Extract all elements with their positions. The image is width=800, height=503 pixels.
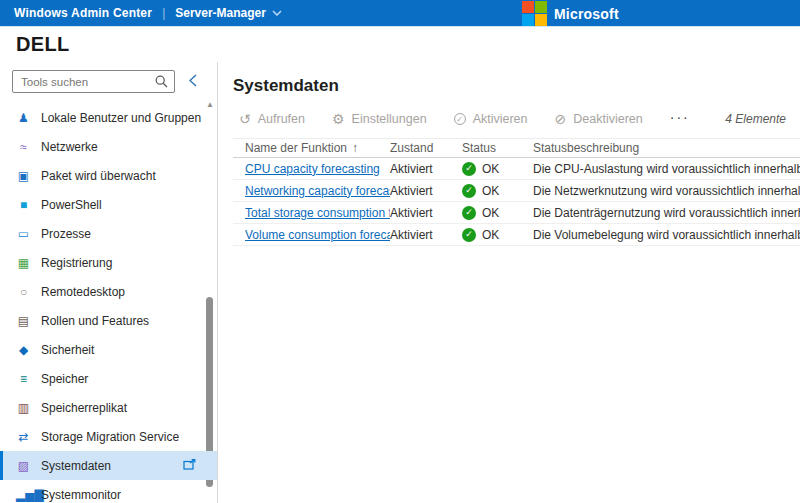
table-row[interactable]: Networking capacity forecasting Aktivier… [233, 180, 800, 202]
column-header[interactable]: Zustand [390, 141, 462, 155]
sidebar-item-label: PowerShell [41, 198, 102, 212]
sidebar-item[interactable]: ♟ Lokale Benutzer und Gruppen [0, 103, 217, 132]
state-cell: Aktiviert [390, 162, 462, 176]
page-title: Systemdaten [233, 76, 800, 96]
sidebar-item-label: Storage Migration Service [41, 430, 179, 444]
sidebar-item-label: Remotedesktop [41, 285, 125, 299]
collapse-sidebar-button[interactable] [187, 72, 199, 92]
search-input[interactable] [12, 70, 175, 93]
table-row[interactable]: CPU capacity forecasting Aktiviert OK Di… [233, 158, 800, 180]
microsoft-wordmark: Microsoft [554, 6, 619, 22]
storage-icon: ≡ [16, 373, 31, 385]
sidebar-item[interactable]: ■ PowerShell [0, 190, 217, 219]
search-icon [155, 75, 168, 88]
sidebar-item-label: Systemmonitor [41, 488, 121, 502]
sort-arrow-icon: ↑ [352, 141, 358, 155]
feature-link[interactable]: Networking capacity forecasting [245, 184, 390, 198]
sidebar-item[interactable]: ≈ Netzwerke [0, 132, 217, 161]
status-cell: OK [462, 184, 533, 198]
local-users-groups-icon: ♟ [16, 112, 31, 124]
sidebar-item-label: Netzwerke [41, 140, 98, 154]
circle-slash-icon: ⊘ [555, 112, 567, 126]
performance-monitor-icon: ▂▅▇ [16, 489, 31, 501]
feature-link[interactable]: Total storage consumption forecas... [245, 206, 390, 220]
table-row[interactable]: Volume consumption forecasting Aktiviert… [233, 224, 800, 246]
tools-search [12, 70, 175, 93]
sidebar-item[interactable]: ▣ Paket wird überwacht [0, 161, 217, 190]
remote-desktop-icon: ○ [16, 286, 31, 298]
powershell-icon: ■ [16, 199, 31, 211]
feature-link[interactable]: CPU capacity forecasting [245, 162, 380, 176]
sidebar-item-label: Rollen und Features [41, 314, 149, 328]
state-cell: Aktiviert [390, 184, 462, 198]
table-row[interactable]: Total storage consumption forecas... Akt… [233, 202, 800, 224]
column-label: Zustand [390, 141, 433, 155]
enable-button[interactable]: Aktivieren [454, 112, 528, 126]
settings-label: Einstellungen [352, 112, 427, 126]
status-label: OK [482, 228, 499, 242]
status-description: Die CPU-Auslastung wird voraussichtlich … [533, 162, 800, 176]
sidebar-item[interactable]: ≡ Speicher [0, 364, 217, 393]
column-header[interactable]: Statusbeschreibung [533, 141, 800, 155]
storage-migration-icon: ⇄ [16, 431, 31, 443]
sidebar-item[interactable]: ▤ Rollen und Features [0, 306, 217, 335]
server-header: DELL [0, 27, 800, 62]
status-label: OK [482, 162, 499, 176]
status-description: Die Netzwerknutzung wird voraussichtlich… [533, 184, 800, 198]
invoke-button[interactable]: ↺ Aufrufen [239, 112, 305, 126]
sidebar-item-label: Lokale Benutzer und Gruppen [41, 111, 201, 125]
enable-label: Aktivieren [473, 112, 528, 126]
sidebar-item[interactable]: ▦ Registrierung [0, 248, 217, 277]
column-header[interactable]: Name der Funktion ↑ [245, 141, 390, 155]
open-in-new-window-icon[interactable] [183, 459, 196, 473]
settings-button[interactable]: ⚙ Einstellungen [332, 112, 427, 126]
sidebar-item[interactable]: ○ Remotedesktop [0, 277, 217, 306]
table-header: Name der Funktion ↑ Zustand Status Statu… [233, 138, 800, 158]
sidebar-item[interactable]: ▭ Prozesse [0, 219, 217, 248]
disable-button[interactable]: ⊘ Deaktivieren [555, 112, 643, 126]
microsoft-logo: Microsoft [522, 0, 619, 27]
packet-monitoring-icon: ▣ [16, 170, 31, 182]
chevron-down-icon [272, 10, 282, 16]
microsoft-logo-icon [522, 1, 547, 26]
column-label: Name der Funktion [245, 141, 347, 155]
disable-label: Deaktivieren [573, 112, 642, 126]
column-header[interactable]: Status [462, 141, 533, 155]
toolbar: ↺ Aufrufen ⚙ Einstellungen Aktivieren ⊘ … [233, 108, 800, 138]
status-description: Die Volumebelegung wird voraussichtlich … [533, 228, 800, 242]
feature-link[interactable]: Volume consumption forecasting [245, 228, 390, 242]
state-cell: Aktiviert [390, 206, 462, 220]
networks-icon: ≈ [16, 141, 31, 153]
status-cell: OK [462, 206, 533, 220]
sidebar-item[interactable]: ⇄ Storage Migration Service [0, 422, 217, 451]
sidebar-item[interactable]: ◆ Sicherheit [0, 335, 217, 364]
tools-list: ♟ Lokale Benutzer und Gruppen ≈ Netzwerk… [0, 103, 217, 503]
sidebar-item-label: Prozesse [41, 227, 91, 241]
more-options-button[interactable]: ··· [670, 110, 690, 128]
sidebar-item[interactable]: ▥ Speicherreplikat [0, 393, 217, 422]
system-insights-icon: ▨ [16, 460, 31, 472]
status-description: Die Datenträgernutzung wird voraussichtl… [533, 206, 800, 220]
sidebar-item[interactable]: ▂▅▇ Systemmonitor [0, 480, 217, 503]
gear-icon: ⚙ [332, 112, 345, 126]
status-ok-icon [462, 162, 476, 176]
status-label: OK [482, 184, 499, 198]
sidebar-item-label: Speicherreplikat [41, 401, 127, 415]
sidebar-item[interactable]: ▨ Systemdaten [0, 451, 217, 480]
column-label: Status [462, 141, 496, 155]
item-count: 4 Elemente [725, 112, 800, 126]
connection-label: Server-Manager [175, 6, 266, 20]
sidebar-item-label: Sicherheit [41, 343, 94, 357]
status-label: OK [482, 206, 499, 220]
main-panel: Systemdaten ↺ Aufrufen ⚙ Einstellungen A… [218, 62, 800, 503]
roles-features-icon: ▤ [16, 315, 31, 327]
invoke-icon: ↺ [239, 112, 251, 126]
invoke-label: Aufrufen [258, 112, 305, 126]
sidebar-item-label: Systemdaten [41, 459, 111, 473]
insights-table: CPU capacity forecasting Aktiviert OK Di… [233, 158, 800, 246]
sidebar-item-label: Speicher [41, 372, 88, 386]
connection-dropdown[interactable]: Server-Manager [175, 6, 282, 20]
status-ok-icon [462, 184, 476, 198]
security-icon: ◆ [16, 344, 31, 356]
app-title: Windows Admin Center [14, 6, 152, 20]
